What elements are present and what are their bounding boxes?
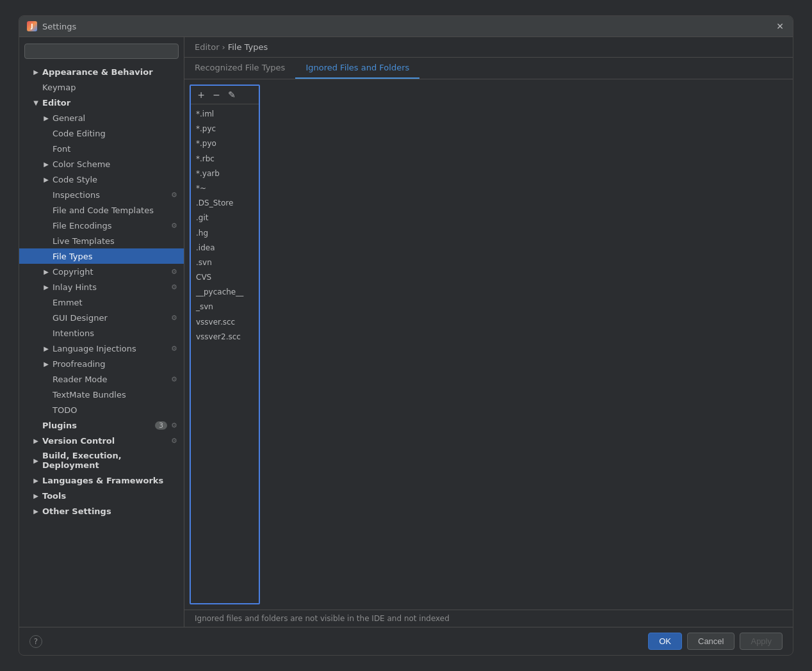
main-content: Editor › File Types Recognized File Type… bbox=[184, 37, 793, 627]
sidebar-item-version-control[interactable]: ▶ Version Control ⚙ bbox=[19, 433, 184, 448]
ok-button[interactable]: OK bbox=[648, 633, 682, 650]
gear-icon: ⚙ bbox=[170, 313, 179, 322]
list-item[interactable]: __pycache__ bbox=[191, 285, 259, 300]
right-panel bbox=[265, 79, 793, 610]
list-item[interactable]: *.pyc bbox=[191, 122, 259, 136]
list-item[interactable]: .hg bbox=[191, 226, 259, 241]
sidebar-item-editor[interactable]: ▼ Editor bbox=[19, 95, 184, 110]
sidebar-item-general[interactable]: ▶ General bbox=[19, 110, 184, 125]
cancel-button[interactable]: Cancel bbox=[687, 633, 735, 650]
sidebar-item-appearance[interactable]: ▶ Appearance & Behavior bbox=[19, 64, 184, 79]
list-item[interactable]: *.yarb bbox=[191, 166, 259, 181]
close-button[interactable]: ✕ bbox=[775, 21, 785, 31]
chevron-right-icon: ▶ bbox=[32, 457, 40, 464]
list-item[interactable]: vssver.scc bbox=[191, 315, 259, 330]
sidebar-item-copyright[interactable]: ▶ Copyright ⚙ bbox=[19, 264, 184, 279]
chevron-right-icon: ▶ bbox=[42, 175, 50, 183]
sidebar-item-other-settings[interactable]: ▶ Other Settings bbox=[19, 503, 184, 519]
chevron-right-icon: ▶ bbox=[32, 476, 40, 484]
edit-button[interactable]: ✎ bbox=[225, 88, 238, 101]
sidebar-item-tools[interactable]: ▶ Tools bbox=[19, 488, 184, 503]
chevron-right-icon: ▶ bbox=[42, 360, 50, 368]
dialog-title: Settings bbox=[42, 22, 76, 31]
gear-icon: ⚙ bbox=[170, 375, 179, 384]
sidebar-item-emmet[interactable]: Emmet bbox=[19, 295, 184, 310]
list-item[interactable]: .DS_Store bbox=[191, 196, 259, 211]
sidebar-item-language-injections[interactable]: ▶ Language Injections ⚙ bbox=[19, 341, 184, 356]
status-text: Ignored files and folders are not visibl… bbox=[195, 614, 450, 623]
list-item[interactable]: *.pyo bbox=[191, 136, 259, 151]
gear-icon: ⚙ bbox=[170, 221, 179, 230]
sidebar-item-inlay-hints[interactable]: ▶ Inlay Hints ⚙ bbox=[19, 279, 184, 295]
list-item[interactable]: .git bbox=[191, 211, 259, 225]
title-bar: J Settings ✕ bbox=[19, 16, 793, 37]
gear-icon: ⚙ bbox=[170, 344, 179, 353]
breadcrumb: Editor › File Types bbox=[184, 37, 793, 58]
help-button[interactable]: ? bbox=[29, 635, 42, 648]
dialog-footer: ? OK Cancel Apply bbox=[19, 627, 793, 655]
list-item[interactable]: *~ bbox=[191, 181, 259, 196]
sidebar-item-file-types[interactable]: File Types bbox=[19, 248, 184, 264]
panel-toolbar: + − ✎ bbox=[191, 86, 259, 104]
tab-recognized-file-types[interactable]: Recognized File Types bbox=[184, 58, 295, 79]
chevron-right-icon: ▶ bbox=[42, 283, 50, 291]
list-item[interactable]: *.rbc bbox=[191, 152, 259, 166]
chevron-right-icon: ▶ bbox=[42, 268, 50, 275]
chevron-right-icon: ▶ bbox=[32, 507, 40, 515]
sidebar-item-code-style[interactable]: ▶ Code Style bbox=[19, 172, 184, 187]
breadcrumb-separator: › bbox=[222, 42, 225, 52]
list-item[interactable]: .svn bbox=[191, 255, 259, 270]
status-bar: Ignored files and folders are not visibl… bbox=[184, 610, 793, 627]
sidebar-item-file-encodings[interactable]: File Encodings ⚙ bbox=[19, 218, 184, 233]
gear-icon: ⚙ bbox=[170, 190, 179, 199]
dialog-body: ▶ Appearance & Behavior Keymap ▼ Editor … bbox=[19, 37, 793, 627]
sidebar-item-keymap[interactable]: Keymap bbox=[19, 79, 184, 95]
gear-icon: ⚙ bbox=[170, 282, 179, 291]
sidebar-item-plugins[interactable]: Plugins 3 ⚙ bbox=[19, 417, 184, 433]
sidebar-item-intentions[interactable]: Intentions bbox=[19, 325, 184, 341]
sidebar-item-font[interactable]: Font bbox=[19, 141, 184, 156]
settings-dialog: J Settings ✕ ▶ Appearance & Behavior Key… bbox=[19, 15, 793, 656]
gear-icon: ⚙ bbox=[170, 267, 179, 276]
list-item[interactable]: CVS bbox=[191, 270, 259, 285]
tab-ignored-files-and-folders[interactable]: Ignored Files and Folders bbox=[295, 58, 419, 79]
sidebar-item-build-execution[interactable]: ▶ Build, Execution, Deployment bbox=[19, 448, 184, 473]
breadcrumb-parent: Editor bbox=[195, 42, 219, 52]
chevron-right-icon: ▶ bbox=[42, 114, 50, 122]
remove-button[interactable]: − bbox=[210, 88, 223, 101]
sidebar-item-reader-mode[interactable]: Reader Mode ⚙ bbox=[19, 371, 184, 387]
sidebar-item-live-templates[interactable]: Live Templates bbox=[19, 233, 184, 248]
sidebar-item-textmate-bundles[interactable]: TextMate Bundles bbox=[19, 387, 184, 402]
breadcrumb-current: File Types bbox=[228, 42, 268, 52]
chevron-right-icon: ▶ bbox=[32, 437, 40, 444]
chevron-right-icon: ▶ bbox=[32, 492, 40, 499]
sidebar-item-code-editing[interactable]: Code Editing bbox=[19, 125, 184, 141]
gear-icon: ⚙ bbox=[170, 436, 179, 445]
tabs-container: Recognized File Types Ignored Files and … bbox=[184, 58, 793, 79]
sidebar-item-proofreading[interactable]: ▶ Proofreading bbox=[19, 356, 184, 371]
ignored-files-panel: + − ✎ *.iml*.pyc*.pyo*.rbc*.yarb*~.DS_St… bbox=[190, 85, 260, 604]
chevron-down-icon: ▼ bbox=[32, 99, 40, 106]
list-item[interactable]: _svn bbox=[191, 300, 259, 314]
sidebar-item-color-scheme[interactable]: ▶ Color Scheme bbox=[19, 156, 184, 172]
list-item[interactable]: vssver2.scc bbox=[191, 330, 259, 344]
sidebar-item-gui-designer[interactable]: GUI Designer ⚙ bbox=[19, 310, 184, 325]
sidebar-item-todo[interactable]: TODO bbox=[19, 402, 184, 417]
content-area: + − ✎ *.iml*.pyc*.pyo*.rbc*.yarb*~.DS_St… bbox=[184, 79, 793, 610]
list-item[interactable]: .idea bbox=[191, 241, 259, 255]
search-input[interactable] bbox=[24, 44, 179, 59]
gear-icon: ⚙ bbox=[170, 421, 179, 430]
sidebar-item-file-code-templates[interactable]: File and Code Templates bbox=[19, 202, 184, 218]
sidebar-item-languages-frameworks[interactable]: ▶ Languages & Frameworks bbox=[19, 473, 184, 488]
list-item[interactable]: *.iml bbox=[191, 107, 259, 122]
ignored-files-list: *.iml*.pyc*.pyo*.rbc*.yarb*~.DS_Store.gi… bbox=[191, 104, 259, 603]
apply-button[interactable]: Apply bbox=[740, 633, 783, 650]
chevron-right-icon: ▶ bbox=[42, 160, 50, 168]
add-button[interactable]: + bbox=[195, 88, 207, 101]
chevron-right-icon: ▶ bbox=[42, 344, 50, 352]
sidebar: ▶ Appearance & Behavior Keymap ▼ Editor … bbox=[19, 37, 184, 627]
chevron-right-icon: ▶ bbox=[32, 68, 40, 76]
app-icon: J bbox=[27, 21, 37, 31]
sidebar-item-inspections[interactable]: Inspections ⚙ bbox=[19, 187, 184, 202]
